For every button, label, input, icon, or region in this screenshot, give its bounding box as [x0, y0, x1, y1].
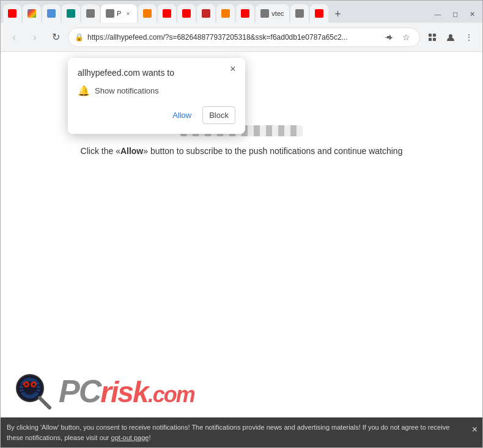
tab-label-13: vtec — [271, 10, 284, 17]
profile-icon[interactable] — [442, 29, 459, 46]
popup-buttons: Allow Block — [78, 106, 235, 124]
tab-favicon-13 — [260, 9, 269, 18]
tab-favicon-1 — [8, 9, 17, 18]
svg-line-19 — [40, 398, 50, 408]
tab-favicon-4 — [67, 9, 75, 18]
svg-rect-0 — [385, 37, 393, 38]
bell-icon: 🔔 — [78, 85, 90, 97]
pcrisk-logo-area: PCrisk.com — [13, 371, 194, 411]
tab-favicon-5 — [86, 9, 95, 18]
tab-15[interactable] — [310, 4, 328, 23]
tab-5[interactable] — [81, 4, 100, 23]
back-button[interactable]: ‹ — [6, 29, 23, 46]
tab-favicon-8 — [163, 9, 171, 18]
consent-text-after: ! — [149, 434, 150, 441]
tab-14[interactable] — [290, 4, 309, 23]
svg-rect-4 — [433, 38, 436, 41]
consent-bar: By clicking 'Allow' button, you consent … — [1, 417, 482, 447]
tab-label-6: P — [117, 10, 121, 17]
popup-permission-row: 🔔 Show notifications — [78, 85, 235, 97]
extensions-icon[interactable] — [424, 29, 441, 46]
pcrisk-pc: PC — [59, 373, 100, 409]
tab-bar: P × vtec + — — [1, 1, 482, 23]
browser-toolbar-actions: ⋮ — [424, 29, 477, 46]
tab-favicon-6 — [106, 9, 114, 18]
tab-8[interactable] — [158, 4, 176, 23]
allow-button[interactable]: Allow — [166, 106, 197, 124]
svg-point-12 — [32, 383, 35, 386]
tab-controls: — ◻ ✕ — [430, 8, 480, 23]
tab-9[interactable] — [177, 4, 196, 23]
tab-13[interactable]: vtec — [256, 4, 289, 23]
tab-close-6[interactable]: × — [124, 9, 132, 18]
svg-rect-1 — [429, 34, 432, 37]
opt-out-link[interactable]: opt-out page — [111, 434, 149, 441]
pcrisk-risk: risk — [100, 376, 147, 408]
tab-favicon-10 — [202, 9, 210, 18]
address-box[interactable]: 🔒 https://allhypefeed.com/?s=68264887793… — [68, 28, 420, 47]
pcrisk-text: PCrisk.com — [59, 375, 194, 407]
tab-6-active[interactable]: P × — [101, 4, 137, 23]
tab-favicon-3 — [47, 9, 56, 18]
forward-button[interactable]: › — [26, 29, 43, 46]
tab-4[interactable] — [62, 4, 80, 23]
tab-11[interactable] — [216, 4, 235, 23]
restore-button[interactable]: ◻ — [447, 8, 463, 20]
tab-1[interactable] — [3, 4, 21, 23]
tab-7[interactable] — [138, 4, 157, 23]
browser-window: P × vtec + — — [0, 0, 483, 448]
address-bar: ‹ › ↻ 🔒 https://allhypefeed.com/?s=68264… — [1, 23, 482, 52]
url-text: https://allhypefeed.com/?s=6826488779372… — [87, 33, 378, 42]
window-close-button[interactable]: ✕ — [464, 8, 480, 20]
minimize-button[interactable]: — — [430, 8, 446, 20]
tab-favicon-2 — [28, 9, 36, 18]
tab-12[interactable] — [236, 4, 254, 23]
tab-favicon-15 — [315, 9, 323, 18]
page-message: Click the «Allow» button to subscribe to… — [81, 146, 403, 156]
popup-close-button[interactable]: × — [227, 63, 239, 75]
tab-3[interactable] — [42, 4, 61, 23]
page-content: × allhypefeed.com wants to 🔔 Show notifi… — [1, 52, 482, 447]
reload-button[interactable]: ↻ — [47, 29, 64, 46]
pcrisk-logo-icon — [13, 371, 53, 411]
address-actions: ☆ — [382, 30, 413, 45]
svg-rect-3 — [429, 38, 432, 41]
svg-point-11 — [25, 383, 28, 386]
tab-favicon-7 — [143, 9, 152, 18]
tab-favicon-11 — [221, 9, 230, 18]
bookmark-icon[interactable]: ☆ — [399, 30, 413, 45]
pcrisk-com: .com — [148, 382, 194, 407]
share-icon[interactable] — [382, 30, 396, 45]
menu-icon[interactable]: ⋮ — [460, 29, 477, 46]
popup-title: allhypefeed.com wants to — [78, 68, 235, 78]
consent-close-button[interactable]: × — [472, 422, 477, 437]
consent-text-before: By clicking 'Allow' button, you consent … — [7, 424, 449, 441]
tab-10[interactable] — [197, 4, 215, 23]
new-tab-button[interactable]: + — [330, 6, 347, 23]
tab-favicon-14 — [295, 9, 304, 18]
tab-favicon-9 — [182, 9, 191, 18]
block-button[interactable]: Block — [202, 106, 235, 124]
tab-2[interactable] — [23, 4, 41, 23]
permission-popup: × allhypefeed.com wants to 🔔 Show notifi… — [68, 58, 245, 134]
lock-icon: 🔒 — [75, 33, 84, 42]
tab-favicon-12 — [241, 9, 249, 18]
svg-rect-2 — [433, 34, 436, 37]
popup-permission-text: Show notifications — [95, 86, 159, 95]
